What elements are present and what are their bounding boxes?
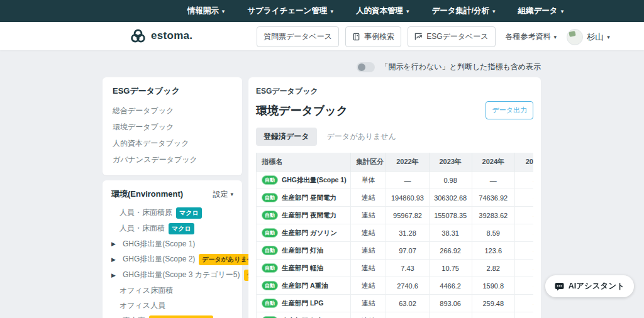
table-row-5: 自動生産部門 軽油連結7.4310.752.82— [257,260,534,277]
environment-item-1[interactable]: 人員・床面積マクロ [111,221,233,236]
environment-item-label: GHG排出量(Scope 1) [123,239,195,249]
column-header-1: 集計区分 [351,153,386,172]
header-button-2[interactable]: ESGデータベース [408,26,495,47]
indicator-table-wrap[interactable]: 指標名集計区分2022年2023年2024年2025年 自動GHG排出量(Sco… [256,153,533,318]
tab-0[interactable]: 登録済データ [256,128,317,146]
trend-icon [414,33,423,41]
environment-item-7[interactable]: ▶売上高データがありません [111,313,233,318]
header-button-1[interactable]: 事例検索 [345,26,401,47]
auto-badge: 自動 [262,175,278,185]
nav-item-4[interactable]: 組織データ▾ [518,6,564,16]
expand-triangle-icon[interactable]: ▶ [111,272,119,278]
user-name: 杉山 [587,31,603,43]
environment-item-label: オフィス床面積 [119,285,173,296]
indicator-name-cell[interactable]: 自動生産部門 灯油 [257,242,351,260]
value-cell: 6172.55 [472,312,514,318]
sidebar: ESGデータブック 総合データブック環境データブック人的資本データブックガバナン… [103,77,242,318]
indicator-name-cell[interactable]: 自動生産部門 昼間電力 [257,189,351,207]
value-cell: — [472,172,514,189]
indicator-name-cell[interactable]: 自動生産部門 A重油 [257,277,351,295]
environment-item-label: GHG排出量(Scope 2) [123,254,195,265]
value-cell: 74636.92 [472,189,514,207]
reference-materials-menu[interactable]: 各種参考資料 ▾ [502,27,561,47]
value-cell: 893.06 [429,295,472,312]
header-button-0[interactable]: 質問票データベース [257,26,339,47]
value-cell: 31.28 [386,224,429,242]
value-cell: 266.92 [429,242,472,260]
nav-item-1[interactable]: サプライチェーン管理▾ [247,6,333,16]
disclosure-toggle[interactable] [357,62,375,72]
databook-item-3[interactable]: ガバナンスデータブック [113,151,232,168]
value-cell: 259.48 [472,295,514,312]
disclosure-toggle-label: 「開示を行わない」と判断した指標も含め表示 [380,62,541,72]
environment-item-4[interactable]: ▶GHG排出量(Scope 3 カテゴリー5)データがありません [111,267,233,283]
auto-badge: 自動 [262,211,278,220]
expand-triangle-icon[interactable]: ▶ [111,241,119,247]
estoma-logo-icon [130,28,147,44]
expand-triangle-icon[interactable]: ▶ [111,256,119,263]
scope-cell: 連結 [351,242,386,260]
ai-assistant-button[interactable]: AIアシスタント [545,275,634,297]
value-cell: 39283.62 [472,207,514,224]
user-menu[interactable]: 杉山 ▾ [567,29,610,45]
indicator-table: 指標名集計区分2022年2023年2024年2025年 自動GHG排出量(Sco… [256,153,533,318]
nav-item-label: 人的資本管理 [356,6,403,16]
environment-item-label: 人員・床面積 [119,223,165,234]
indicator-name-cell[interactable]: 自動生産部門 ガソリン [257,224,351,242]
environment-item-0[interactable]: 人員・床面積原マクロ [111,205,233,221]
auto-badge: 自動 [262,263,278,273]
auto-badge: 自動 [262,193,278,202]
settings-menu[interactable]: 設定 ▾ [213,189,233,200]
environment-item-3[interactable]: ▶GHG排出量(Scope 2)データがありません [111,251,233,267]
data-tabs: 登録済データデータがありません [256,128,533,146]
auto-badge: 自動 [262,228,278,238]
nav-item-2[interactable]: 人的資本管理▾ [356,6,409,16]
environment-item-6[interactable]: オフィス人員 [111,298,233,313]
data-export-button[interactable]: データ出力 [486,101,533,119]
value-cell: 194860.93 [386,189,429,207]
value-cell: — [514,260,533,277]
value-cell: — [514,224,533,242]
scope-cell: 連結 [351,224,386,242]
scope-cell: 連結 [351,260,386,277]
status-badge: マクロ [176,207,202,219]
value-cell: 123.6 [472,242,514,260]
chevron-down-icon: ▾ [230,191,233,197]
table-row-4: 自動生産部門 灯油連結97.07266.92123.6— [257,242,534,260]
indicator-name-cell[interactable]: 自動生産部門 夜間電力 [257,207,351,224]
value-cell: — [514,242,533,260]
brand[interactable]: estoma. [130,28,192,44]
auto-badge: 自動 [262,299,278,308]
scope-cell: 連結 [351,295,386,312]
nav-item-label: 組織データ [518,6,558,16]
chat-icon [555,282,564,291]
breadcrumb[interactable]: ESGデータブック [256,86,533,97]
table-row-3: 自動生産部門 ガソリン連結31.2838.318.59— [257,224,534,242]
chevron-down-icon: ▾ [406,8,409,14]
column-header-4: 2024年 [472,153,514,172]
environment-item-5[interactable]: オフィス床面積 [111,283,233,298]
nav-item-3[interactable]: データ集計/分析▾ [431,6,495,16]
databook-item-2[interactable]: 人的資本データブック [113,135,232,151]
auto-badge: 自動 [262,281,278,290]
value-cell: 14091.39 [386,312,429,318]
indicator-name-cell[interactable]: 自動生産部門 軽油 [257,260,351,277]
chevron-down-icon: ▾ [561,8,564,14]
indicator-name-cell[interactable]: 自動GHG排出量(Scope 1) [257,172,351,189]
header-button-label: 事例検索 [364,31,394,42]
status-badge: データがありません [149,315,213,318]
indicator-name-cell[interactable]: 自動生産部門 LPG [257,295,351,312]
environment-item-2[interactable]: ▶GHG排出量(Scope 1) [111,236,233,251]
nav-item-0[interactable]: 情報開示▾ [187,6,225,16]
header-actions: 質問票データベース事例検索ESGデータベース 各種参考資料 ▾ 杉山 ▾ [257,26,610,47]
toggle-knob [358,63,365,71]
indicator-name-cell[interactable]: 自動生産部門 都市ガス [257,312,351,318]
value-cell: 10.75 [429,260,472,277]
databook-item-0[interactable]: 総合データブック [113,102,232,119]
tab-1[interactable]: データがありません [319,128,404,146]
value-cell: — [514,172,533,189]
databook-item-1[interactable]: 環境データブック [113,119,232,135]
chevron-down-icon: ▾ [492,8,496,14]
chevron-down-icon: ▾ [330,8,333,14]
value-cell: 8.59 [472,224,514,242]
